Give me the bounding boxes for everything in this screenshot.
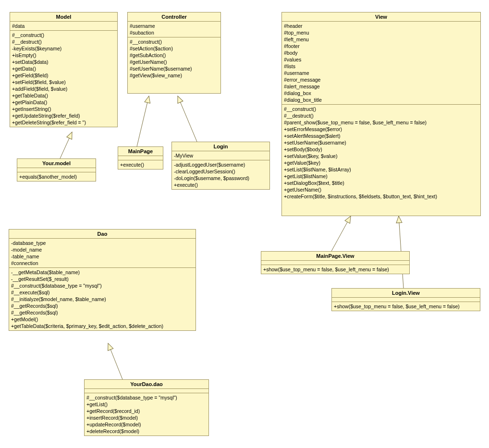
class-title: Your.model bbox=[17, 159, 96, 168]
methods-section: #__construct() #setAction($action) #getS… bbox=[128, 37, 220, 93]
attributes-section bbox=[261, 261, 409, 265]
method-row: +getTableData() bbox=[12, 92, 115, 99]
method-row: +getTableData($criteria, $primary_key, $… bbox=[11, 323, 194, 329]
method-row: #getUserName() bbox=[130, 59, 219, 65]
attributes-section: -database_type -model_name -table_name #… bbox=[9, 239, 196, 268]
svg-line-0 bbox=[60, 132, 72, 158]
method-row: -__getMetaData($table_name) bbox=[11, 269, 194, 276]
method-row: +setData($data) bbox=[12, 59, 115, 65]
attribute-row: #data bbox=[12, 23, 115, 29]
methods-section: -__getMetaData($table_name) -__getResult… bbox=[9, 268, 196, 330]
uml-canvas: Model #data #__construct() #__destruct()… bbox=[0, 0, 489, 448]
method-row: #__execute($sql) bbox=[11, 289, 194, 296]
method-row: -clearLoggedUserSession() bbox=[174, 168, 268, 175]
attribute-row: #username bbox=[284, 70, 478, 76]
method-row: +getInsertString() bbox=[12, 106, 115, 112]
attribute-row: #body bbox=[284, 49, 478, 56]
class-yourmodel: Your.model +equals($another_model) bbox=[17, 158, 96, 182]
method-row: -adjustLoggedUser($username) bbox=[174, 161, 268, 168]
methods-section: #__construct($database_type = "mysql") +… bbox=[85, 393, 208, 436]
attribute-row: -model_name bbox=[11, 246, 194, 253]
class-title: Dao bbox=[9, 230, 196, 239]
method-row: +getModel() bbox=[11, 316, 194, 323]
class-controller: Controller #username #subaction #__const… bbox=[127, 12, 221, 94]
method-row: #__initialyze($model_name, $table_name) bbox=[11, 296, 194, 303]
class-mainpageview: MainPage.View +show($use_top_menu = fals… bbox=[261, 251, 410, 274]
attribute-row: #header bbox=[284, 23, 478, 29]
method-row: +setBody($body) bbox=[284, 146, 478, 153]
attribute-row: #values bbox=[284, 56, 478, 63]
svg-line-1 bbox=[137, 96, 149, 146]
methods-section: +execute() bbox=[118, 160, 163, 169]
svg-line-3 bbox=[108, 343, 122, 379]
method-row: +setList($listName, $listArray) bbox=[284, 166, 478, 173]
class-title: MainPage bbox=[118, 147, 163, 156]
method-row: -doLogin($username, $password) bbox=[174, 175, 268, 182]
class-title: Model bbox=[10, 12, 117, 22]
method-row: +setDialogBox($text, $title) bbox=[284, 180, 478, 186]
method-row: +getPlainData() bbox=[12, 99, 115, 106]
attribute-row: #connection bbox=[11, 260, 194, 266]
attribute-row: -database_type bbox=[11, 240, 194, 246]
method-row: #__construct() bbox=[284, 106, 478, 112]
method-row: +setField($field, $value) bbox=[12, 79, 115, 85]
method-row: #setUserName($username) bbox=[130, 65, 219, 72]
methods-section: +show($use_top_menu = false, $use_left_m… bbox=[332, 302, 480, 311]
method-row: +addField($field, $value) bbox=[12, 85, 115, 92]
methods-section: #__construct() #__destruct() #parent_sho… bbox=[282, 105, 480, 201]
class-yourdao: YourDao.dao #__construct($database_type … bbox=[84, 379, 209, 436]
attribute-row: #lists bbox=[284, 63, 478, 70]
class-title: YourDao.dao bbox=[85, 380, 208, 389]
method-row: +createForm($title, $instructions, $fiel… bbox=[284, 193, 478, 200]
attribute-row: #username bbox=[130, 23, 219, 29]
attributes-section bbox=[118, 156, 163, 160]
method-row: +equals($another_model) bbox=[19, 173, 94, 180]
attributes-section bbox=[85, 389, 208, 393]
class-dao: Dao -database_type -model_name -table_na… bbox=[9, 229, 196, 331]
method-row: +deleteRecord($model) bbox=[86, 428, 207, 435]
method-row: +getUpdateString($refer_field) bbox=[12, 112, 115, 119]
class-title: Login bbox=[172, 142, 269, 151]
class-mainpage: MainPage +execute() bbox=[118, 146, 163, 170]
attribute-row: #left_menu bbox=[284, 36, 478, 43]
method-row: +getField($field) bbox=[12, 72, 115, 79]
method-row: +getDeleteString($refer_field = '') bbox=[12, 119, 115, 126]
method-row: +setValue($key, $value) bbox=[284, 153, 478, 159]
attributes-section bbox=[17, 168, 96, 172]
attribute-row: #error_message bbox=[284, 76, 478, 83]
method-row: +isEmpty() bbox=[12, 52, 115, 59]
method-row: +setAlertMessage($alert) bbox=[284, 133, 478, 139]
method-row: #getView($view_name) bbox=[130, 72, 219, 79]
method-row: #__construct() bbox=[12, 32, 115, 38]
attribute-row: #top_menu bbox=[284, 29, 478, 36]
attribute-row: #alert_message bbox=[284, 83, 478, 90]
method-row: #__getRecords($sql) bbox=[11, 309, 194, 316]
method-row: #parent_show($use_top_menu = false, $use… bbox=[284, 119, 478, 126]
method-row: +show($use_top_menu = false, $use_left_m… bbox=[263, 266, 407, 273]
attributes-section: -MyView bbox=[172, 151, 269, 160]
methods-section: #__construct() #__destruct() -keyExists(… bbox=[10, 31, 117, 127]
class-view: View #header #top_menu #left_menu #foote… bbox=[281, 12, 481, 216]
svg-line-4 bbox=[331, 216, 351, 251]
method-row: +getRecord($record_id) bbox=[86, 408, 207, 414]
method-row: #getSubAction() bbox=[130, 52, 219, 59]
attributes-section: #header #top_menu #left_menu #footer #bo… bbox=[282, 22, 480, 105]
method-row: +insertRecord($model) bbox=[86, 414, 207, 421]
class-loginview: Login.View +show($use_top_menu = false, … bbox=[331, 288, 480, 311]
class-title: Controller bbox=[128, 12, 220, 22]
attribute-row: -table_name bbox=[11, 253, 194, 260]
methods-section: -adjustLoggedUser($username) -clearLogge… bbox=[172, 160, 269, 189]
attribute-row: #dialog_box_title bbox=[284, 97, 478, 103]
method-row: +execute() bbox=[120, 161, 161, 168]
method-row: +execute() bbox=[174, 182, 268, 188]
attributes-section: #data bbox=[10, 22, 117, 31]
method-row: #setAction($action) bbox=[130, 45, 219, 52]
attribute-row: -MyView bbox=[174, 152, 268, 159]
attribute-row: #dialog_box bbox=[284, 90, 478, 97]
attribute-row: #subaction bbox=[130, 29, 219, 36]
method-row: #__construct($database_type = "mysql") bbox=[86, 394, 207, 401]
method-row: +updateRecord($model) bbox=[86, 421, 207, 428]
method-row: #__destruct() bbox=[284, 112, 478, 119]
class-title: MainPage.View bbox=[261, 252, 409, 261]
method-row: #__getRecords($sql) bbox=[11, 303, 194, 309]
